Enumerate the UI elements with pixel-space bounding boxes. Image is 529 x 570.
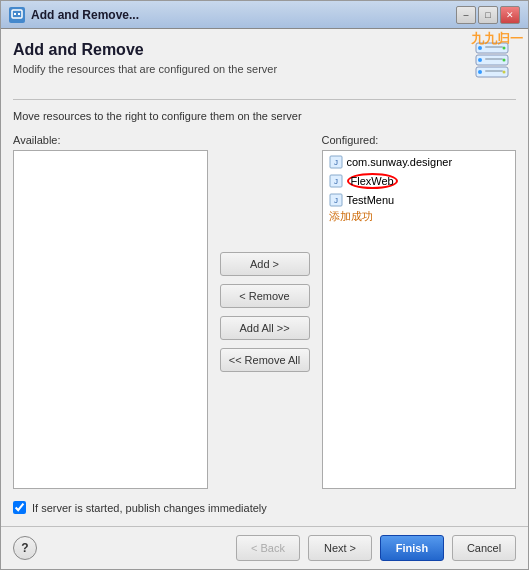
back-button[interactable]: < Back xyxy=(236,535,300,561)
remove-button[interactable]: < Remove xyxy=(220,284,310,308)
svg-text:J: J xyxy=(334,177,338,186)
window-title: Add and Remove... xyxy=(31,8,450,22)
flexweb-label: FlexWeb xyxy=(347,173,398,189)
list-item[interactable]: J TestMenu xyxy=(325,191,514,209)
available-list[interactable] xyxy=(13,150,208,489)
list-item-flexweb[interactable]: J FlexWeb xyxy=(325,171,514,191)
available-label: Available: xyxy=(13,134,208,146)
configured-label: Configured: xyxy=(322,134,517,146)
publish-label: If server is started, publish changes im… xyxy=(32,502,267,514)
help-button[interactable]: ? xyxy=(13,536,37,560)
configured-list[interactable]: J com.sunway.designer J FlexWeb xyxy=(322,150,517,489)
svg-point-4 xyxy=(478,46,482,50)
title-bar: Add and Remove... – □ ✕ xyxy=(1,1,528,29)
svg-text:J: J xyxy=(334,158,338,167)
cancel-button[interactable]: Cancel xyxy=(452,535,516,561)
close-button[interactable]: ✕ xyxy=(500,6,520,24)
svg-point-12 xyxy=(478,70,482,74)
header-icon xyxy=(468,41,516,89)
panels-row: Available: Add > < Remove Add All >> << … xyxy=(13,134,516,489)
svg-text:J: J xyxy=(334,196,338,205)
server-icon xyxy=(472,41,512,89)
main-window: Add and Remove... – □ ✕ Add and Remove M… xyxy=(0,0,529,570)
maximize-button[interactable]: □ xyxy=(478,6,498,24)
remove-all-button[interactable]: << Remove All xyxy=(220,348,310,372)
list-item[interactable]: J com.sunway.designer xyxy=(325,153,514,171)
module-icon: J xyxy=(329,155,343,169)
minimize-button[interactable]: – xyxy=(456,6,476,24)
dialog-title: Add and Remove xyxy=(13,41,460,59)
window-icon xyxy=(9,7,25,23)
middle-buttons: Add > < Remove Add All >> << Remove All xyxy=(208,134,322,489)
configured-panel: Configured: J com.sunway.designer xyxy=(322,134,517,489)
svg-rect-1 xyxy=(14,13,16,15)
dialog-subtitle: Modify the resources that are configured… xyxy=(13,63,460,75)
svg-point-14 xyxy=(503,71,506,74)
item-label: TestMenu xyxy=(347,194,395,206)
svg-rect-0 xyxy=(12,10,22,18)
module-icon: J xyxy=(329,174,343,188)
svg-rect-5 xyxy=(485,46,503,48)
window-controls: – □ ✕ xyxy=(456,6,520,24)
publish-checkbox-row: If server is started, publish changes im… xyxy=(13,501,516,514)
finish-button[interactable]: Finish xyxy=(380,535,444,561)
next-button[interactable]: Next > xyxy=(308,535,372,561)
svg-rect-9 xyxy=(485,58,503,60)
publish-checkbox[interactable] xyxy=(13,501,26,514)
add-button[interactable]: Add > xyxy=(220,252,310,276)
bottom-bar: ? < Back Next > Finish Cancel xyxy=(1,526,528,569)
svg-point-6 xyxy=(503,47,506,50)
module-icon: J xyxy=(329,193,343,207)
instruction-text: Move resources to the right to configure… xyxy=(13,110,516,122)
header-section: Add and Remove Modify the resources that… xyxy=(13,41,516,89)
available-panel: Available: xyxy=(13,134,208,489)
header-divider xyxy=(13,99,516,100)
svg-rect-2 xyxy=(18,13,20,15)
success-text: 添加成功 xyxy=(325,209,514,224)
svg-point-8 xyxy=(478,58,482,62)
svg-rect-13 xyxy=(485,70,503,72)
svg-point-10 xyxy=(503,59,506,62)
header-text: Add and Remove Modify the resources that… xyxy=(13,41,460,75)
add-all-button[interactable]: Add All >> xyxy=(220,316,310,340)
content-area: Add and Remove Modify the resources that… xyxy=(1,29,528,526)
item-label: com.sunway.designer xyxy=(347,156,453,168)
